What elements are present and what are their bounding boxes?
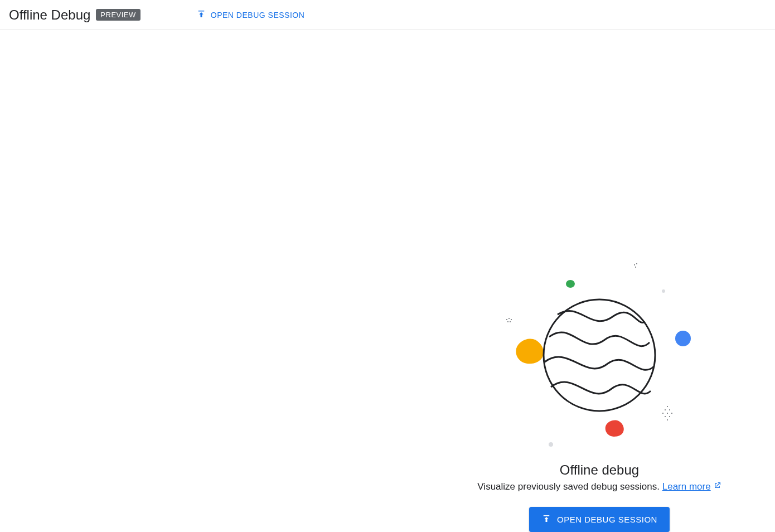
svg-point-14: [669, 409, 670, 410]
empty-state-illustration: [493, 245, 705, 457]
learn-more-label: Learn more: [662, 481, 711, 492]
open-debug-session-label: OPEN DEBUG SESSION: [211, 11, 304, 20]
svg-point-2: [549, 442, 553, 447]
svg-point-19: [669, 416, 670, 417]
svg-point-7: [507, 321, 508, 322]
svg-point-3: [662, 289, 665, 293]
svg-point-1: [566, 280, 575, 288]
svg-point-17: [671, 413, 672, 414]
svg-point-12: [667, 406, 668, 407]
open-debug-session-primary-label: OPEN DEBUG SESSION: [557, 515, 657, 524]
page-title: Offline Debug: [9, 7, 90, 23]
svg-point-4: [506, 319, 507, 320]
svg-point-20: [667, 419, 668, 420]
empty-state-title: Offline debug: [560, 462, 639, 478]
empty-state-subtitle: Visualize previously saved debug session…: [477, 481, 721, 492]
svg-point-18: [665, 416, 666, 417]
svg-point-8: [510, 321, 511, 322]
svg-point-13: [665, 409, 666, 410]
svg-point-16: [667, 413, 668, 414]
open-debug-session-button-primary[interactable]: OPEN DEBUG SESSION: [529, 507, 670, 532]
empty-state-subtitle-text: Visualize previously saved debug session…: [477, 481, 662, 492]
page-header: Offline Debug PREVIEW OPEN DEBUG SESSION: [0, 0, 775, 30]
svg-point-9: [634, 264, 635, 265]
svg-point-0: [675, 331, 691, 346]
svg-point-11: [635, 267, 636, 268]
svg-point-6: [511, 319, 512, 320]
open-debug-session-button[interactable]: OPEN DEBUG SESSION: [192, 6, 309, 24]
learn-more-link[interactable]: Learn more: [662, 481, 721, 492]
svg-point-10: [636, 263, 637, 264]
svg-point-15: [662, 413, 663, 414]
external-link-icon: [713, 481, 721, 492]
svg-point-5: [508, 318, 510, 319]
preview-badge: PREVIEW: [96, 9, 140, 21]
empty-state: Offline debug Visualize previously saved…: [0, 30, 775, 532]
upload-icon: [196, 9, 206, 21]
upload-icon: [541, 514, 551, 525]
